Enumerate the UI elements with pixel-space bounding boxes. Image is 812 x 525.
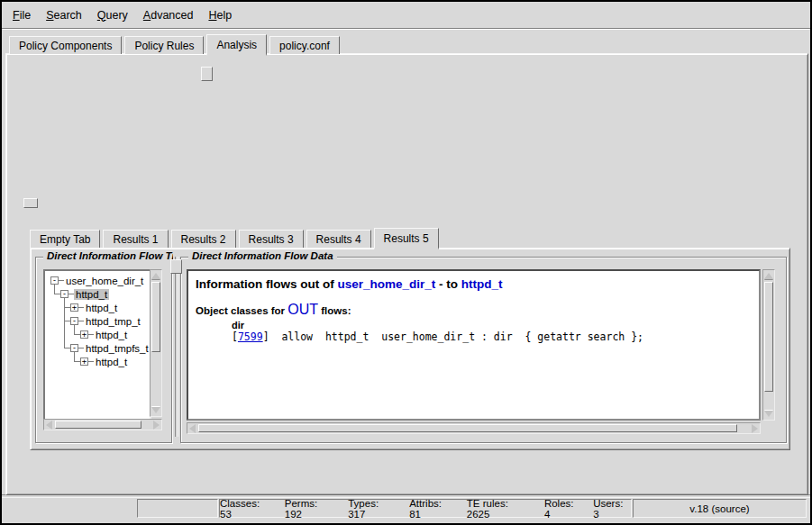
tree-node[interactable]: -httpd_tmp_t — [70, 314, 142, 328]
tab-analysis[interactable]: Analysis — [206, 34, 267, 56]
expander-icon[interactable]: + — [70, 303, 78, 312]
target-type: httpd_t — [461, 277, 503, 291]
stat-roles: Roles: 4 — [544, 498, 581, 520]
results-page: Direct Information Flow Tree -user_ho — [30, 248, 790, 450]
tree-node[interactable]: -httpd_tmpfs_t — [70, 341, 151, 355]
tab-results-1[interactable]: Results 1 — [103, 230, 168, 248]
stat-classes: Classes: 53 — [220, 498, 273, 520]
tree-node-label[interactable]: httpd_tmp_t — [84, 316, 142, 327]
apol-window: File Search Query Advanced Help Policy C… — [0, 0, 812, 525]
scroll-up-icon[interactable] — [151, 273, 160, 279]
menu-search[interactable]: Search — [46, 9, 82, 22]
stat-attribs: Attribs: 81 — [409, 498, 455, 520]
tree-node-label[interactable]: user_home_dir_t — [64, 276, 145, 286]
horizontal-sash-grip[interactable] — [23, 198, 38, 208]
tree-connector — [64, 298, 65, 348]
tree-node-label[interactable]: httpd_t — [74, 289, 109, 300]
data-hscrollbar[interactable] — [187, 422, 761, 434]
source-type: user_home_dir_t — [338, 277, 436, 291]
rule-number-link[interactable]: 7599 — [238, 330, 263, 343]
main-tab-bar: Policy Components Policy Rules Analysis … — [9, 32, 342, 54]
menu-bar: File Search Query Advanced Help — [2, 2, 810, 28]
tree-connector — [64, 348, 70, 348]
scroll-thumb[interactable] — [151, 282, 160, 352]
scroll-right-icon[interactable] — [752, 424, 758, 433]
expander-icon[interactable]: - — [50, 276, 59, 285]
scroll-thumb[interactable] — [764, 282, 773, 392]
tree-node-label[interactable]: httpd_tmpfs_t — [84, 343, 151, 354]
flow-tree[interactable]: -user_home_dir_t -httpd_t +httpd_t -http… — [43, 269, 151, 421]
scroll-thumb[interactable] — [198, 424, 737, 432]
status-version-panel: v.18 (source) — [633, 499, 807, 518]
scroll-thumb[interactable] — [55, 421, 141, 429]
scroll-right-icon[interactable] — [153, 421, 160, 430]
tree-vscrollbar[interactable] — [150, 269, 162, 417]
flow-data-title: Direct Information Flow Data — [188, 250, 337, 261]
scroll-down-icon[interactable] — [151, 407, 160, 413]
tree-hscrollbar[interactable] — [43, 419, 162, 430]
status-empty-panel — [137, 499, 218, 518]
tree-connector — [54, 294, 60, 294]
tree-connector — [64, 321, 70, 321]
tab-results-2[interactable]: Results 2 — [171, 230, 236, 248]
tab-results-4[interactable]: Results 4 — [306, 230, 371, 248]
scroll-left-icon[interactable] — [46, 421, 52, 430]
tab-policy-components[interactable]: Policy Components — [9, 36, 122, 54]
object-class-label: dir — [232, 320, 752, 330]
tree-node-selected[interactable]: -httpd_t — [60, 287, 109, 301]
flow-tree-frame: Direct Information Flow Tree -user_ho — [35, 257, 172, 443]
tree-connector — [64, 307, 70, 308]
results-vertical-sash-grip[interactable] — [170, 259, 182, 274]
vertical-sash-grip[interactable] — [201, 67, 213, 81]
data-vscrollbar[interactable] — [762, 269, 775, 421]
flow-data-text[interactable]: Information flows out of user_home_dir_t… — [187, 269, 761, 421]
menu-advanced[interactable]: Advanced — [143, 9, 194, 22]
stat-types: Types: 317 — [348, 498, 397, 520]
scroll-left-icon[interactable] — [189, 424, 196, 433]
results-vertical-sash[interactable] — [175, 257, 178, 437]
scroll-down-icon[interactable] — [764, 411, 773, 417]
policy-version: v.18 (source) — [689, 503, 749, 514]
menu-help[interactable]: Help — [208, 9, 232, 22]
menu-separator — [2, 28, 810, 29]
status-stats-panel: Classes: 53 Perms: 192 Types: 317 Attrib… — [219, 499, 632, 518]
expander-icon[interactable]: - — [70, 317, 78, 325]
tree-node-label[interactable]: httpd_t — [94, 330, 129, 340]
stat-te-rules: TE rules: 2625 — [467, 498, 533, 520]
tab-policy-rules[interactable]: Policy Rules — [124, 36, 204, 54]
tab-empty[interactable]: Empty Tab — [30, 230, 100, 248]
tree-connector — [74, 361, 80, 362]
expander-icon[interactable]: + — [80, 358, 88, 366]
tab-results-3[interactable]: Results 3 — [239, 230, 304, 248]
stat-perms: Perms: 192 — [285, 498, 336, 520]
stat-users: Users: 3 — [593, 498, 631, 520]
tree-node-label[interactable]: httpd_t — [94, 357, 129, 367]
tree-node[interactable]: +httpd_t — [80, 355, 129, 368]
tree-node-label[interactable]: httpd_t — [84, 303, 119, 313]
menu-file[interactable]: File — [13, 9, 31, 22]
results-tab-bar: Empty Tab Results 1 Results 2 Results 3 … — [30, 227, 442, 248]
scroll-up-icon[interactable] — [764, 273, 773, 279]
tab-policy-conf[interactable]: policy.conf — [269, 36, 340, 54]
tree-connector — [74, 334, 80, 335]
analysis-results-frame: Analysis Results Empty Tab Results 1 Res… — [18, 211, 800, 484]
tree-node[interactable]: +httpd_t — [70, 301, 119, 314]
expander-icon[interactable]: - — [70, 344, 78, 352]
expander-icon[interactable]: - — [60, 290, 68, 298]
tree-node[interactable]: -user_home_dir_t — [50, 274, 145, 287]
flow-data-frame: Direct Information Flow Data Information… — [180, 257, 787, 443]
tab-results-5[interactable]: Results 5 — [374, 228, 439, 249]
flow-tree-title: Direct Information Flow Tree — [43, 250, 173, 261]
flow-direction: OUT — [287, 302, 318, 317]
menu-query[interactable]: Query — [97, 9, 128, 22]
expander-icon[interactable]: + — [80, 330, 88, 339]
allow-rule-line: [7599] allow httpd_t user_home_dir_t : d… — [232, 330, 752, 343]
flow-subheading: Object classes for OUT flows: — [196, 302, 752, 318]
flow-heading: Information flows out of user_home_dir_t… — [196, 277, 752, 291]
tree-node[interactable]: +httpd_t — [80, 328, 129, 341]
